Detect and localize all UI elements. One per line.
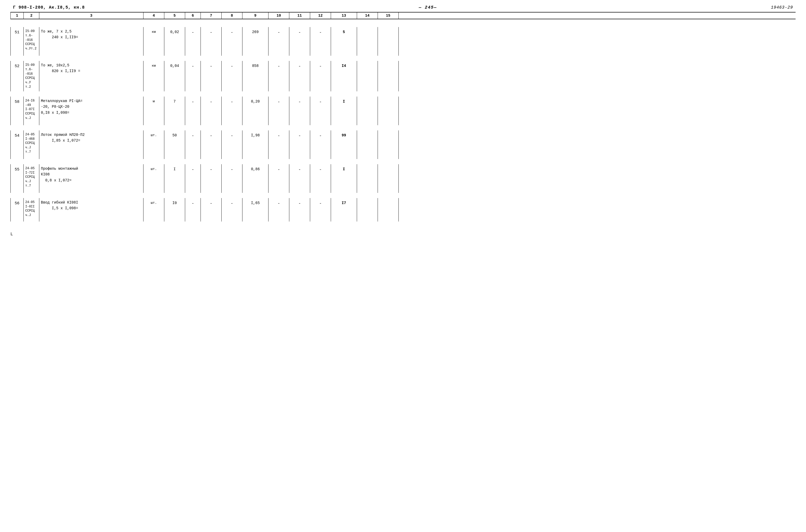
- table-cell: -: [268, 97, 289, 125]
- col-header-10: 10: [268, 13, 289, 19]
- table-cell: -: [268, 198, 289, 222]
- table-cell: I: [331, 164, 357, 193]
- table-cell: I: [331, 97, 357, 125]
- table-cell: -: [201, 97, 222, 125]
- col-header-9: 9: [242, 13, 268, 19]
- table-cell: 858: [242, 61, 268, 91]
- table-cell: -: [310, 61, 331, 91]
- table-cell: -: [185, 164, 201, 193]
- table-row: 5424-05 I-468 ССРСЦ ч.J т.7Лоток прямой …: [11, 130, 795, 159]
- table-cell: 0,86: [242, 164, 268, 193]
- col-header-1: 1: [11, 13, 24, 19]
- table-cell: I7: [331, 198, 357, 222]
- column-header-row: 1 2 3 4 5 6 7 8 9 10 11 12 13 14 15: [11, 12, 795, 19]
- table-cell: -: [268, 130, 289, 159]
- table-cell: [357, 198, 378, 222]
- table-cell: 24-05 I-468 ССРСЦ ч.J т.7: [24, 130, 39, 159]
- col-header-2: 2: [24, 13, 39, 19]
- header-center: — 245—: [419, 5, 437, 10]
- table-cell: 5: [331, 27, 357, 56]
- table-cell: шт.: [144, 198, 164, 222]
- table-cell: [378, 164, 399, 193]
- table-cell: 0,20: [242, 97, 268, 125]
- col-header-7: 7: [201, 13, 222, 19]
- table-cell: -: [289, 61, 310, 91]
- col-header-11: 11: [289, 13, 310, 19]
- table-cell: То же, 7 х 2,5 240 х I,II9=: [39, 27, 144, 56]
- table-cell: -: [185, 27, 201, 56]
- page-header: Г 908-I-200, Ак.I8,5, кн.8 — 245— 19463-…: [11, 5, 795, 10]
- table-cell: 0,04: [164, 61, 185, 91]
- table-cell: 7: [164, 97, 185, 125]
- table-cell: -: [289, 198, 310, 222]
- table-cell: I0: [164, 198, 185, 222]
- table-cell: -: [289, 97, 310, 125]
- col-header-4: 4: [144, 13, 164, 19]
- table-cell: [357, 97, 378, 125]
- table-cell: I5-09 т.6- -016 ССРСЦ ч.Ут.2: [24, 27, 39, 56]
- col-header-5: 5: [164, 13, 185, 19]
- table-cell: -: [310, 198, 331, 222]
- table-cell: -: [201, 198, 222, 222]
- table-cell: 54: [11, 130, 24, 159]
- table-cell: -: [201, 130, 222, 159]
- col-header-14: 14: [357, 13, 378, 19]
- table-cell: [357, 61, 378, 91]
- table-cell: -: [185, 130, 201, 159]
- col-header-13: 13: [331, 13, 357, 19]
- table-cell: [378, 97, 399, 125]
- table-cell: шт.: [144, 130, 164, 159]
- table-cell: 55: [11, 164, 24, 193]
- table-cell: -: [201, 61, 222, 91]
- table-cell: [378, 130, 399, 159]
- table-cell: 50: [164, 130, 185, 159]
- table-cell: 99: [331, 130, 357, 159]
- table-row: 5524-05 I-72I ССРСЦ ч.J т.7Профиль монта…: [11, 164, 795, 193]
- table-cell: I4: [331, 61, 357, 91]
- table-cell: -: [185, 198, 201, 222]
- table-cell: -: [222, 198, 242, 222]
- table-cell: -: [310, 97, 331, 125]
- table-cell: Металлорукав РI-ЦА= -20, Р8-ЦХ-20 0,I8 х…: [39, 97, 144, 125]
- table-cell: -: [201, 164, 222, 193]
- table-row: 51I5-09 т.6- -016 ССРСЦ ч.Ут.2То же, 7 х…: [11, 27, 795, 56]
- table-cell: 51: [11, 27, 24, 56]
- table-cell: -: [222, 130, 242, 159]
- table-cell: -: [185, 61, 201, 91]
- col-header-15: 15: [378, 13, 399, 19]
- table-cell: I: [164, 164, 185, 193]
- table-cell: [357, 164, 378, 193]
- table-cell: -: [310, 164, 331, 193]
- table-cell: [378, 198, 399, 222]
- table-cell: I,65: [242, 198, 268, 222]
- table-cell: км: [144, 27, 164, 56]
- table-row: 5624-05 I-0II ССРСЦ ч.JВвод гибкий КI08I…: [11, 198, 795, 222]
- table-cell: Профиль монтажный КI08 0,8 х I,072=: [39, 164, 144, 193]
- table-cell: 269: [242, 27, 268, 56]
- table-cell: [378, 61, 399, 91]
- table-cell: 0,02: [164, 27, 185, 56]
- table-cell: -: [185, 97, 201, 125]
- footer-mark: L: [11, 232, 795, 236]
- table-cell: -: [222, 27, 242, 56]
- header-right: 19463-29: [771, 5, 793, 10]
- table-cell: 24-05 I-0II ССРСЦ ч.J: [24, 198, 39, 222]
- table-cell: км: [144, 61, 164, 91]
- data-section: 51I5-09 т.6- -016 ССРСЦ ч.Ут.2То же, 7 х…: [11, 27, 795, 227]
- table-row: 5824-I6 -49 I-07I ССРСЦ ч.JМеталлорукав …: [11, 97, 795, 125]
- table-cell: 52: [11, 61, 24, 91]
- table-cell: 58: [11, 97, 24, 125]
- table-cell: шт.: [144, 164, 164, 193]
- table-cell: [357, 27, 378, 56]
- table-cell: -: [289, 27, 310, 56]
- table-cell: -: [268, 164, 289, 193]
- table-cell: -: [289, 130, 310, 159]
- col-header-6: 6: [185, 13, 201, 19]
- table-cell: 24-05 I-72I ССРСЦ ч.J т.7: [24, 164, 39, 193]
- table-row: 52I5-09 т.6- -016 ССРСЦ ч.У т.2То же, 10…: [11, 61, 795, 91]
- table-cell: -: [268, 27, 289, 56]
- col-header-12: 12: [310, 13, 331, 19]
- table-cell: -: [222, 61, 242, 91]
- table-cell: I5-09 т.6- -016 ССРСЦ ч.У т.2: [24, 61, 39, 91]
- table-cell: I,98: [242, 130, 268, 159]
